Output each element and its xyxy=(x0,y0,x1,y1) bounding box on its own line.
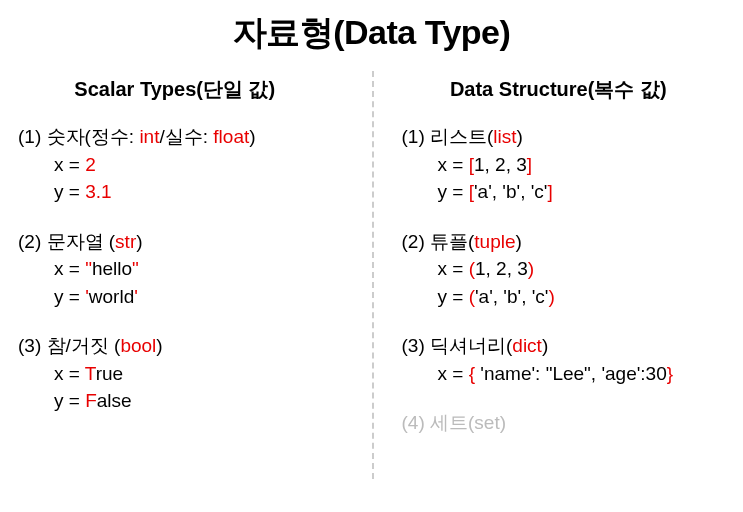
text: ) xyxy=(156,335,162,356)
text: x = xyxy=(438,154,469,175)
value: 'a', 'b', 'c' xyxy=(475,286,549,307)
text: y = xyxy=(54,390,85,411)
text: x = xyxy=(54,363,85,384)
value: 'name': "Lee", 'age':30 xyxy=(475,363,667,384)
text: 세트( xyxy=(430,412,474,433)
text: ) xyxy=(516,231,522,252)
num-label: (3) xyxy=(402,335,431,356)
section-number-head: (1) 숫자(정수: int/실수: float) xyxy=(18,123,332,151)
vertical-divider xyxy=(372,71,374,479)
section-list-head: (1) 리스트(list) xyxy=(402,123,716,151)
section-list: (1) 리스트(list) x = [1, 2, 3] y = ['a', 'b… xyxy=(402,123,716,206)
num-label: (3) xyxy=(18,335,47,356)
right-heading: Data Structure(복수 값) xyxy=(402,76,716,103)
section-dict-body: x = { 'name': "Lee", 'age':30} xyxy=(402,360,716,388)
text: 딕셔너리( xyxy=(430,335,512,356)
section-bool-body: x = True y = False xyxy=(18,360,332,415)
section-dict: (3) 딕셔너리(dict) x = { 'name': "Lee", 'age… xyxy=(402,332,716,387)
section-tuple: (2) 튜플(tuple) x = (1, 2, 3) y = ('a', 'b… xyxy=(402,228,716,311)
value: 2 xyxy=(85,154,96,175)
section-number: (1) 숫자(정수: int/실수: float) x = 2 y = 3.1 xyxy=(18,123,332,206)
text: 숫자(정수: xyxy=(47,126,140,147)
code-line: x = (1, 2, 3) xyxy=(438,255,716,283)
code-line: y = 'world' xyxy=(54,283,332,311)
value: world xyxy=(89,286,134,307)
section-string-body: x = "hello" y = 'world' xyxy=(18,255,332,310)
text: ) xyxy=(249,126,255,147)
text: x = xyxy=(438,363,469,384)
keyword-set: set xyxy=(474,412,499,433)
section-bool: (3) 참/거짓 (bool) x = True y = False xyxy=(18,332,332,415)
num-label: (2) xyxy=(402,231,431,252)
bracket: ] xyxy=(547,181,552,202)
keyword-int: int xyxy=(139,126,159,147)
num-label: (1) xyxy=(18,126,47,147)
left-column: Scalar Types(단일 값) (1) 숫자(정수: int/실수: fl… xyxy=(8,76,362,459)
text: y = xyxy=(54,181,85,202)
code-line: y = 3.1 xyxy=(54,178,332,206)
code-line: x = True xyxy=(54,360,332,388)
columns-container: Scalar Types(단일 값) (1) 숫자(정수: int/실수: fl… xyxy=(0,76,743,459)
paren: ) xyxy=(528,258,534,279)
text: y = xyxy=(54,286,85,307)
text: ) xyxy=(136,231,142,252)
quote: " xyxy=(132,258,139,279)
code-line: x = "hello" xyxy=(54,255,332,283)
keyword-tuple: tuple xyxy=(474,231,515,252)
section-tuple-head: (2) 튜플(tuple) xyxy=(402,228,716,256)
keyword-dict: dict xyxy=(512,335,542,356)
text: 튜플( xyxy=(430,231,474,252)
section-string-head: (2) 문자열 (str) xyxy=(18,228,332,256)
value: 'a', 'b', 'c' xyxy=(474,181,548,202)
text: 리스트( xyxy=(430,126,493,147)
section-list-body: x = [1, 2, 3] y = ['a', 'b', 'c'] xyxy=(402,151,716,206)
cap: F xyxy=(85,390,97,411)
text: x = xyxy=(54,154,85,175)
cap: T xyxy=(85,363,96,384)
value: 1, 2, 3 xyxy=(475,258,528,279)
keyword-str: str xyxy=(115,231,136,252)
quote: ' xyxy=(134,286,138,307)
text: /실수: xyxy=(159,126,213,147)
page-title: 자료형(Data Type) xyxy=(0,10,743,56)
text: ) xyxy=(517,126,523,147)
text: x = xyxy=(438,258,469,279)
code-line: x = { 'name': "Lee", 'age':30} xyxy=(438,360,716,388)
text: y = xyxy=(438,181,469,202)
keyword-list: list xyxy=(493,126,516,147)
text: ) xyxy=(500,412,506,433)
section-string: (2) 문자열 (str) x = "hello" y = 'world' xyxy=(18,228,332,311)
value: 3.1 xyxy=(85,181,111,202)
section-dict-head: (3) 딕셔너리(dict) xyxy=(402,332,716,360)
brace: } xyxy=(667,363,673,384)
section-set: (4) 세트(set) xyxy=(402,409,716,437)
left-heading: Scalar Types(단일 값) xyxy=(18,76,332,103)
section-set-head: (4) 세트(set) xyxy=(402,409,716,437)
section-number-body: x = 2 y = 3.1 xyxy=(18,151,332,206)
section-bool-head: (3) 참/거짓 (bool) xyxy=(18,332,332,360)
text: rue xyxy=(96,363,123,384)
code-line: x = 2 xyxy=(54,151,332,179)
num-label: (1) xyxy=(402,126,431,147)
num-label: (4) xyxy=(402,412,431,433)
quote: " xyxy=(85,258,92,279)
code-line: y = ['a', 'b', 'c'] xyxy=(438,178,716,206)
text: x = xyxy=(54,258,85,279)
text: alse xyxy=(97,390,132,411)
bracket: ] xyxy=(527,154,532,175)
keyword-bool: bool xyxy=(120,335,156,356)
code-line: x = [1, 2, 3] xyxy=(438,151,716,179)
value: hello xyxy=(92,258,132,279)
text: ) xyxy=(542,335,548,356)
code-line: y = ('a', 'b', 'c') xyxy=(438,283,716,311)
code-line: y = False xyxy=(54,387,332,415)
right-column: Data Structure(복수 값) (1) 리스트(list) x = [… xyxy=(362,76,736,459)
keyword-float: float xyxy=(213,126,249,147)
paren: ) xyxy=(549,286,555,307)
section-tuple-body: x = (1, 2, 3) y = ('a', 'b', 'c') xyxy=(402,255,716,310)
value: 1, 2, 3 xyxy=(474,154,527,175)
text: y = xyxy=(438,286,469,307)
text: 참/거짓 ( xyxy=(47,335,121,356)
num-label: (2) xyxy=(18,231,47,252)
text: 문자열 ( xyxy=(47,231,116,252)
